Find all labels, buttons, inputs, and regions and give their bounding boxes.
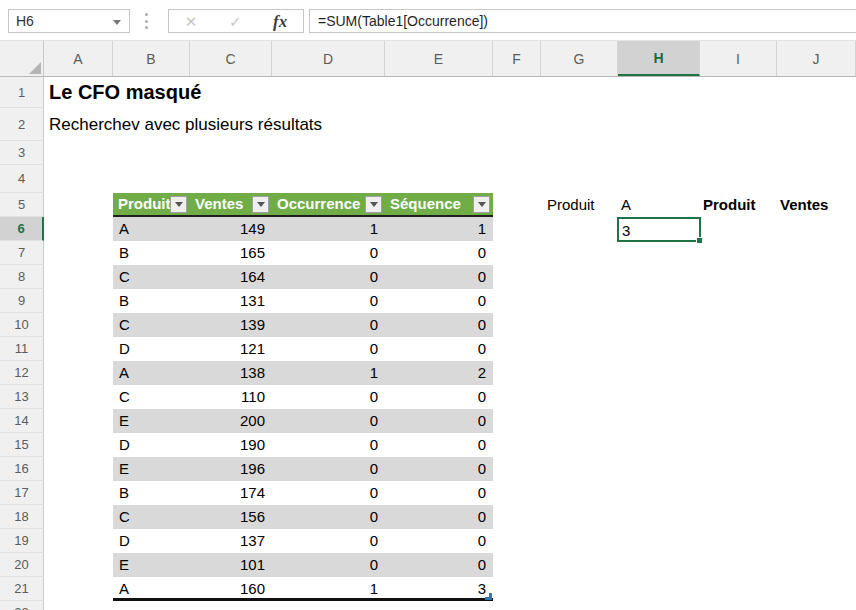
table-cell[interactable]: 0 — [272, 553, 385, 577]
table-cell[interactable]: A — [113, 577, 190, 598]
table-cell[interactable]: 0 — [272, 433, 385, 457]
formula-bar-input[interactable]: =SUM(Table1[Occurrence]) — [309, 9, 856, 33]
row-header-17[interactable]: 17 — [0, 481, 44, 505]
cell-h5-label[interactable]: A — [621, 193, 631, 217]
row-header-10[interactable]: 10 — [0, 313, 44, 337]
table-cell[interactable]: 0 — [272, 289, 385, 313]
table-cell[interactable]: 1 — [272, 217, 385, 241]
column-header-i[interactable]: I — [700, 41, 777, 76]
table-cell[interactable]: A — [113, 361, 190, 385]
cancel-icon[interactable]: ✕ — [185, 14, 198, 29]
table-cell[interactable]: 0 — [385, 241, 493, 265]
table-cell[interactable]: 156 — [190, 505, 272, 529]
table-cell[interactable]: 0 — [385, 457, 493, 481]
table-cell[interactable]: 1 — [385, 217, 493, 241]
row-header-12[interactable]: 12 — [0, 361, 44, 385]
row-header-20[interactable]: 20 — [0, 553, 44, 577]
table-cell[interactable]: 3 — [385, 577, 493, 598]
table-cell[interactable]: 190 — [190, 433, 272, 457]
table-cell[interactable]: B — [113, 481, 190, 505]
row-header-4[interactable]: 4 — [0, 165, 44, 193]
row-header-13[interactable]: 13 — [0, 385, 44, 409]
row-header-18[interactable]: 18 — [0, 505, 44, 529]
insert-function-icon[interactable]: fx — [273, 13, 287, 30]
filter-button-produit[interactable] — [170, 196, 187, 213]
table-cell[interactable]: 101 — [190, 553, 272, 577]
table-cell[interactable]: 131 — [190, 289, 272, 313]
table-cell[interactable]: A — [113, 217, 190, 241]
table-cell[interactable]: 0 — [385, 337, 493, 361]
table-cell[interactable]: 1 — [272, 361, 385, 385]
table-cell[interactable]: 0 — [385, 289, 493, 313]
row-header-16[interactable]: 16 — [0, 457, 44, 481]
table-cell[interactable]: E — [113, 553, 190, 577]
table-cell[interactable]: 0 — [272, 337, 385, 361]
cell-j5-label[interactable]: Ventes — [780, 193, 828, 217]
column-header-e[interactable]: E — [385, 41, 493, 76]
table-cell[interactable]: 0 — [272, 529, 385, 553]
table-cell[interactable]: 2 — [385, 361, 493, 385]
row-header-7[interactable]: 7 — [0, 241, 44, 265]
table-cell[interactable]: 1 — [272, 577, 385, 598]
name-box[interactable]: H6 — [8, 9, 130, 33]
select-all-corner[interactable] — [0, 41, 44, 76]
column-header-h[interactable]: H — [618, 41, 700, 76]
table-cell[interactable]: 200 — [190, 409, 272, 433]
row-header-6[interactable]: 6 — [0, 217, 44, 241]
table-cell[interactable]: E — [113, 457, 190, 481]
table-cell[interactable]: 164 — [190, 265, 272, 289]
row-header-3[interactable]: 3 — [0, 141, 44, 165]
table-cell[interactable]: D — [113, 529, 190, 553]
table-cell[interactable]: B — [113, 289, 190, 313]
column-header-a[interactable]: A — [44, 41, 113, 76]
table-cell[interactable]: C — [113, 265, 190, 289]
table-cell[interactable]: 0 — [385, 385, 493, 409]
cell-a2-subtitle[interactable]: Recherchev avec plusieurs résultats — [49, 108, 322, 141]
table-cell[interactable]: 149 — [190, 217, 272, 241]
table-cell[interactable]: 196 — [190, 457, 272, 481]
row-header-22[interactable]: 22 — [0, 601, 44, 610]
table-cell[interactable]: 0 — [385, 265, 493, 289]
row-header-9[interactable]: 9 — [0, 289, 44, 313]
cell-a1-title[interactable]: Le CFO masqué — [49, 77, 201, 108]
row-header-11[interactable]: 11 — [0, 337, 44, 361]
table-cell[interactable]: E — [113, 409, 190, 433]
name-box-dropdown-icon[interactable] — [113, 20, 121, 25]
fill-handle[interactable] — [696, 237, 703, 244]
row-header-5[interactable]: 5 — [0, 193, 44, 217]
filter-button-sequence[interactable] — [473, 196, 490, 213]
table-cell[interactable]: 0 — [272, 385, 385, 409]
table-cell[interactable]: 0 — [385, 313, 493, 337]
table-cell[interactable]: C — [113, 385, 190, 409]
table-cell[interactable]: 121 — [190, 337, 272, 361]
column-header-b[interactable]: B — [113, 41, 190, 76]
sheet-grid[interactable]: 12345678910111213141516171819202122 Le C… — [0, 77, 856, 610]
table-cell[interactable]: 110 — [190, 385, 272, 409]
table-cell[interactable]: 160 — [190, 577, 272, 598]
table-cell[interactable]: 0 — [272, 457, 385, 481]
filter-button-occurrence[interactable] — [365, 196, 382, 213]
column-header-g[interactable]: G — [541, 41, 618, 76]
column-header-f[interactable]: F — [493, 41, 541, 76]
table-cell[interactable]: 0 — [272, 505, 385, 529]
table-cell[interactable]: 0 — [272, 265, 385, 289]
table-cell[interactable]: 0 — [385, 409, 493, 433]
column-header-c[interactable]: C — [190, 41, 272, 76]
table-resize-handle-icon[interactable] — [485, 593, 492, 600]
cell-g5-label[interactable]: Produit — [547, 193, 595, 217]
row-header-15[interactable]: 15 — [0, 433, 44, 457]
table-cell[interactable]: 174 — [190, 481, 272, 505]
table-cell[interactable]: 0 — [385, 433, 493, 457]
enter-icon[interactable]: ✓ — [229, 14, 242, 29]
table-cell[interactable]: 0 — [272, 481, 385, 505]
cell-i5-label[interactable]: Produit — [703, 193, 756, 217]
row-header-21[interactable]: 21 — [0, 577, 44, 601]
row-header-2[interactable]: 2 — [0, 108, 44, 141]
table-cell[interactable]: D — [113, 337, 190, 361]
table-cell[interactable]: 165 — [190, 241, 272, 265]
table-cell[interactable]: 0 — [385, 553, 493, 577]
table-cell[interactable]: 0 — [385, 529, 493, 553]
table-cell[interactable]: 0 — [385, 481, 493, 505]
table-cell[interactable]: 0 — [272, 241, 385, 265]
table-cell[interactable]: 0 — [272, 409, 385, 433]
